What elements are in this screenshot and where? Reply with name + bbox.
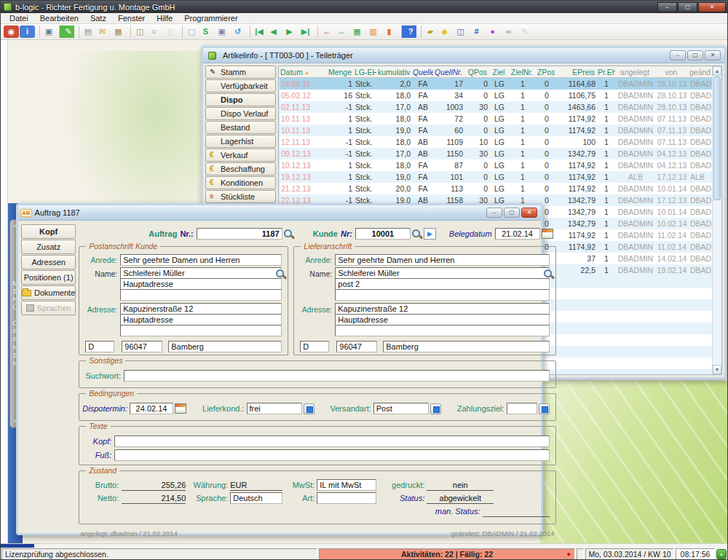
post-name1-field[interactable]: Schleiferei Müller: [120, 267, 282, 279]
artikelinfo-restore-button[interactable]: ▢: [687, 50, 703, 60]
post-adresse3-field[interactable]: [120, 325, 282, 336]
column-header[interactable]: QuellNr.: [433, 66, 464, 77]
stamm-item[interactable]: ✎ Stamm: [205, 66, 276, 79]
kunde-open-icon[interactable]: ▶: [424, 228, 436, 240]
column-header[interactable]: ZPos: [535, 66, 557, 77]
table-row[interactable]: 10.12.13 1 Stck. 18,0 FA 87 0 LG 1 0: [279, 159, 712, 171]
menu-item[interactable]: Bearbeiten: [34, 13, 84, 24]
table-row[interactable]: 19.12.13 1 Stck. 19,0 FA 101 0 LG 1 0: [279, 171, 712, 183]
liefer-anrede-field[interactable]: Sehr geehrte Damen und Herren: [335, 254, 549, 266]
help-item[interactable]: ?: [401, 25, 416, 38]
liefer-name3-field[interactable]: [335, 289, 549, 301]
artikelinfo-close-button[interactable]: ✕: [705, 50, 721, 60]
table-row[interactable]: 05.02.12 16 Stck. 18,0 FA 34 0 LG 1 0: [279, 90, 712, 101]
paste-item[interactable]: ▯: [162, 25, 178, 38]
auftrag-minimize-button[interactable]: ‒: [486, 208, 502, 218]
books-item[interactable]: ▥: [365, 25, 381, 38]
first-record-item[interactable]: |◀: [250, 25, 265, 38]
liefer-name2-field[interactable]: post 2: [335, 278, 549, 290]
lagerhist-item[interactable]: Lagerhist: [205, 135, 276, 148]
stueckliste-item[interactable]: ≡ Stückliste: [205, 190, 276, 203]
liefer-name-search-icon[interactable]: [542, 268, 554, 280]
column-header[interactable]: LG-EH: [353, 66, 376, 77]
kopf-text-field[interactable]: [114, 435, 549, 447]
liefer-adresse2-field[interactable]: Hauptadresse: [335, 314, 549, 326]
kunde-search-icon[interactable]: [411, 228, 422, 240]
post-anrede-field[interactable]: Sehr geehrte Damen und Herren: [120, 254, 282, 266]
mwst-field[interactable]: IL mit MwSt: [317, 479, 376, 491]
numbers-item[interactable]: #: [469, 25, 484, 38]
table-row[interactable]: 24.09.11 1 Stck. 2,0 FA 17 0 LG 1 0: [279, 78, 712, 90]
new-record-item[interactable]: ▢: [182, 25, 197, 38]
sidebar-item-positionen[interactable]: Positionen (1): [21, 270, 76, 285]
dispo-verlauf-item[interactable]: Dispo Verlauf: [205, 107, 276, 120]
column-header[interactable]: kumulativ: [376, 66, 411, 77]
scrollbar-thumb[interactable]: [713, 76, 721, 200]
belegdatum-calendar-icon[interactable]: [542, 229, 553, 239]
post-name2-field[interactable]: Hauptadresse: [120, 278, 282, 290]
power-item[interactable]: ◉: [4, 25, 19, 38]
audio-info-item[interactable]: i: [20, 25, 35, 38]
sprache-field[interactable]: Deutsch: [230, 492, 282, 504]
kunde-nr-field[interactable]: 10001: [355, 228, 411, 240]
address-book-item[interactable]: ▦: [111, 25, 126, 38]
verkauf-item[interactable]: € Verkauf: [205, 149, 276, 162]
vertical-scrollbar[interactable]: ▲ ▼: [712, 66, 721, 374]
lieferkond-field[interactable]: frei: [247, 403, 302, 414]
sidebar-item-kopf[interactable]: Kopf: [21, 224, 76, 239]
dispotermin-field[interactable]: 24.02.14: [130, 403, 173, 414]
alert-item[interactable]: ◆: [437, 25, 452, 38]
column-header[interactable]: EPreis: [557, 66, 596, 77]
column-header[interactable]: QPos: [464, 66, 488, 77]
beschaffung-item[interactable]: € Beschaffung: [205, 162, 276, 176]
artikelinfo-minimize-button[interactable]: ‒: [670, 50, 686, 60]
table-row[interactable]: 21.12.13 1 Stck. 20,0 FA 113 0 LG 1 0: [279, 183, 712, 194]
artikelinfo-titlebar[interactable]: Artikelinfo - [ TT003-00 ] - Teileträger…: [203, 48, 724, 63]
post-plz-field[interactable]: 96047: [122, 341, 162, 352]
search-item[interactable]: ○: [146, 25, 162, 38]
column-header[interactable]: von: [654, 66, 688, 77]
post-land-field[interactable]: D: [85, 341, 114, 352]
refresh-item[interactable]: S: [198, 25, 213, 38]
next-record-item[interactable]: ▶: [282, 25, 297, 38]
note-item[interactable]: ✎: [517, 25, 532, 38]
post-adresse1-field[interactable]: Kapuzinerstraße 12: [120, 303, 282, 315]
bestand-item[interactable]: Bestand: [205, 121, 276, 134]
maximize-button[interactable]: ▢: [678, 2, 697, 12]
mail-item[interactable]: ✉: [95, 25, 110, 38]
post-name3-field[interactable]: [120, 289, 282, 301]
auftrag-nr-field[interactable]: 1187: [197, 228, 282, 240]
menu-item[interactable]: Fenster: [112, 13, 151, 24]
suchwort-field[interactable]: [124, 370, 549, 382]
aktivitaeten-panel[interactable]: Aktivitäten: 22 | Fällig: 22 ●: [319, 548, 575, 560]
sidebar-item-adressen[interactable]: Adressen: [21, 255, 76, 269]
insert-row-item[interactable]: →: [333, 25, 349, 38]
sidebar-item-zusatz[interactable]: Zusatz: [21, 240, 76, 254]
zahlungsziel-lookup-icon[interactable]: [539, 403, 550, 414]
column-header[interactable]: Quelle: [411, 66, 433, 77]
column-header[interactable]: geänd: [688, 66, 712, 77]
auftrag-restore-button[interactable]: ▢: [504, 208, 520, 218]
liefer-land-field[interactable]: D: [300, 341, 329, 352]
column-header[interactable]: angelegt: [615, 66, 654, 77]
book-item[interactable]: ▮: [381, 25, 397, 38]
colors-item[interactable]: ●: [485, 25, 500, 38]
dispotermin-calendar-icon[interactable]: [175, 403, 186, 414]
folder-save-item[interactable]: ▰: [421, 25, 436, 38]
konditionen-item[interactable]: € Konditionen: [205, 176, 276, 189]
window-preview-item[interactable]: ▣: [39, 25, 55, 38]
post-name-search-icon[interactable]: [274, 268, 286, 280]
export-doc-item[interactable]: ◫: [453, 25, 468, 38]
dispo-item[interactable]: Dispo: [205, 93, 276, 106]
post-adresse2-field[interactable]: Hauptadresse: [120, 314, 282, 326]
scroll-down-icon[interactable]: ▼: [713, 365, 721, 374]
remove-row-item[interactable]: ←: [317, 25, 333, 38]
last-record-item[interactable]: ▶|: [298, 25, 313, 38]
waehrung-field[interactable]: EUR: [230, 480, 282, 491]
post-ort-field[interactable]: Bamberg: [168, 341, 282, 352]
art-field[interactable]: [317, 492, 376, 504]
versandart-field[interactable]: Post: [373, 403, 429, 414]
liefer-name1-field[interactable]: Schleiferei Müller: [335, 267, 549, 279]
auftrag-search-icon[interactable]: [282, 228, 294, 240]
lieferkond-lookup-icon[interactable]: [304, 403, 314, 414]
